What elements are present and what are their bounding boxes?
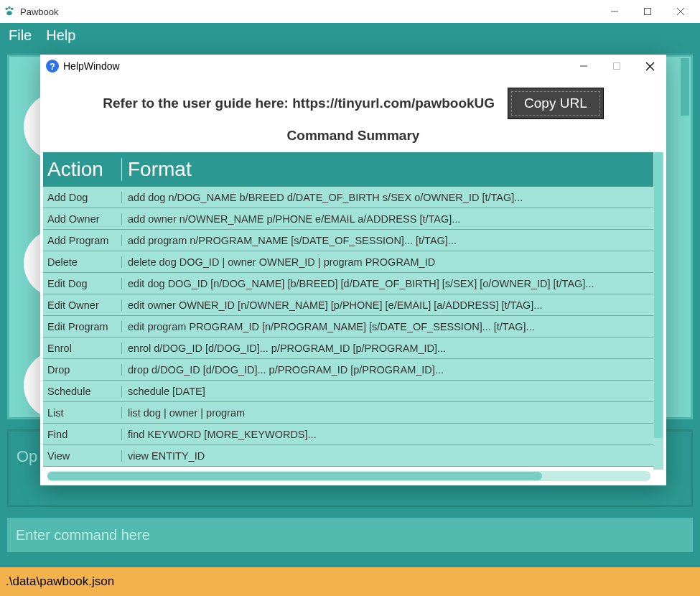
cell-action: Find xyxy=(43,429,122,440)
svg-point-2 xyxy=(11,7,14,10)
table-vertical-scrollbar-thumb[interactable] xyxy=(654,152,663,438)
menubar: File Help xyxy=(0,23,700,47)
command-summary-title: Command Summary xyxy=(50,128,656,148)
cell-format: drop d/DOG_ID [d/DOG_ID]... p/PROGRAM_ID… xyxy=(122,364,663,376)
cell-action: Add Dog xyxy=(43,192,122,203)
header-action: Action xyxy=(43,158,122,181)
table-header-row: Action Format xyxy=(43,152,663,187)
cell-format: add dog n/DOG_NAME b/BREED d/DATE_OF_BIR… xyxy=(122,192,663,203)
statusbar-path: .\data\pawbook.json xyxy=(6,574,114,589)
help-minimize-button[interactable] xyxy=(567,55,600,78)
table-row[interactable]: Enrolenrol d/DOG_ID [d/DOG_ID]... p/PROG… xyxy=(43,337,663,359)
table-body: Add Dogadd dog n/DOG_NAME b/BREED d/DATE… xyxy=(43,187,663,483)
output-panel-label: Op xyxy=(17,447,37,465)
svg-rect-9 xyxy=(614,63,620,70)
help-titlebar: ? HelpWindow xyxy=(40,55,666,78)
cell-action: Edit Owner xyxy=(43,299,122,311)
menu-file[interactable]: File xyxy=(9,27,32,44)
table-horizontal-scrollbar-thumb[interactable] xyxy=(47,472,542,480)
cell-action: View xyxy=(43,450,122,462)
cell-format: add owner n/OWNER_NAME p/PHONE e/EMAIL a… xyxy=(122,213,663,225)
svg-point-3 xyxy=(6,11,12,15)
table-row[interactable]: Listlist dog | owner | program xyxy=(43,402,663,424)
table-row[interactable]: Edit Programedit program PROGRAM_ID [n/P… xyxy=(43,316,663,337)
help-window-title: HelpWindow xyxy=(63,60,120,72)
cell-action: Drop xyxy=(43,364,122,376)
cell-format: add program n/PROGRAM_NAME [s/DATE_OF_SE… xyxy=(122,235,663,246)
table-row[interactable]: Deletedelete dog DOG_ID | owner OWNER_ID… xyxy=(43,251,663,273)
cell-format: delete dog DOG_ID | owner OWNER_ID | pro… xyxy=(122,256,663,268)
help-close-button[interactable] xyxy=(633,55,666,78)
table-row[interactable]: Edit Owneredit owner OWNER_ID [n/OWNER_N… xyxy=(43,294,663,316)
command-input[interactable] xyxy=(7,518,693,552)
cell-action: Enrol xyxy=(43,343,122,354)
table-row[interactable]: Add Programadd program n/PROGRAM_NAME [s… xyxy=(43,230,663,251)
svg-rect-5 xyxy=(645,9,651,15)
cell-action: Schedule xyxy=(43,386,122,397)
command-input-wrap xyxy=(7,518,693,552)
main-minimize-button[interactable] xyxy=(598,0,631,23)
cell-action: Delete xyxy=(43,256,122,268)
main-close-button[interactable] xyxy=(664,0,697,23)
cell-format: schedule [DATE] xyxy=(122,386,663,397)
app-title: Pawbook xyxy=(20,6,58,17)
main-titlebar: Pawbook xyxy=(0,0,700,23)
statusbar: .\data\pawbook.json xyxy=(0,567,700,596)
help-question-icon: ? xyxy=(46,60,59,73)
cell-format: edit owner OWNER_ID [n/OWNER_NAME] [p/PH… xyxy=(122,299,663,311)
cell-action: Edit Dog xyxy=(43,278,122,289)
refer-text: Refer to the user guide here: https://ti… xyxy=(103,96,495,111)
table-row[interactable]: Scheduleschedule [DATE] xyxy=(43,381,663,402)
table-row[interactable]: Dropdrop d/DOG_ID [d/DOG_ID]... p/PROGRA… xyxy=(43,359,663,381)
table-row[interactable]: Add Dogadd dog n/DOG_NAME b/BREED d/DATE… xyxy=(43,187,663,208)
table-vertical-scrollbar[interactable] xyxy=(653,152,663,470)
cell-action: Add Program xyxy=(43,235,122,246)
menu-help[interactable]: Help xyxy=(46,27,75,44)
cell-format: view ENTITY_ID xyxy=(122,450,663,462)
cell-format: list dog | owner | program xyxy=(122,407,663,419)
cell-format: find KEYWORD [MORE_KEYWORDS]... xyxy=(122,429,663,440)
table-row[interactable]: Findfind KEYWORD [MORE_KEYWORDS]... xyxy=(43,424,663,445)
table-row[interactable]: Add Owneradd owner n/OWNER_NAME p/PHONE … xyxy=(43,208,663,230)
main-maximize-button[interactable] xyxy=(631,0,664,23)
list-scrollbar-thumb[interactable] xyxy=(681,58,689,116)
list-scrollbar[interactable] xyxy=(681,58,689,417)
header-format: Format xyxy=(122,158,663,181)
table-horizontal-scrollbar[interactable] xyxy=(47,471,650,481)
table-row[interactable]: Edit Dogedit dog DOG_ID [n/DOG_NAME] [b/… xyxy=(43,273,663,294)
copy-url-button[interactable]: Copy URL xyxy=(508,88,604,119)
cell-format: enrol d/DOG_ID [d/DOG_ID]... p/PROGRAM_I… xyxy=(122,343,663,354)
cell-action: Edit Program xyxy=(43,321,122,332)
command-table-wrap: Action Format Add Dogadd dog n/DOG_NAME … xyxy=(43,152,663,483)
help-window: ? HelpWindow Refer to the user guide her… xyxy=(40,55,666,485)
table-row[interactable]: Viewview ENTITY_ID xyxy=(43,445,663,467)
help-maximize-button xyxy=(600,55,633,78)
help-content: Refer to the user guide here: https://ti… xyxy=(40,78,666,152)
svg-point-1 xyxy=(8,6,11,9)
cell-action: Add Owner xyxy=(43,213,122,225)
cell-action: List xyxy=(43,407,122,419)
paw-icon xyxy=(3,5,16,18)
command-table: Action Format Add Dogadd dog n/DOG_NAME … xyxy=(43,152,663,483)
svg-point-0 xyxy=(5,7,8,10)
cell-format: edit program PROGRAM_ID [n/PROGRAM_NAME]… xyxy=(122,321,663,332)
cell-format: edit dog DOG_ID [n/DOG_NAME] [b/BREED] [… xyxy=(122,278,663,289)
